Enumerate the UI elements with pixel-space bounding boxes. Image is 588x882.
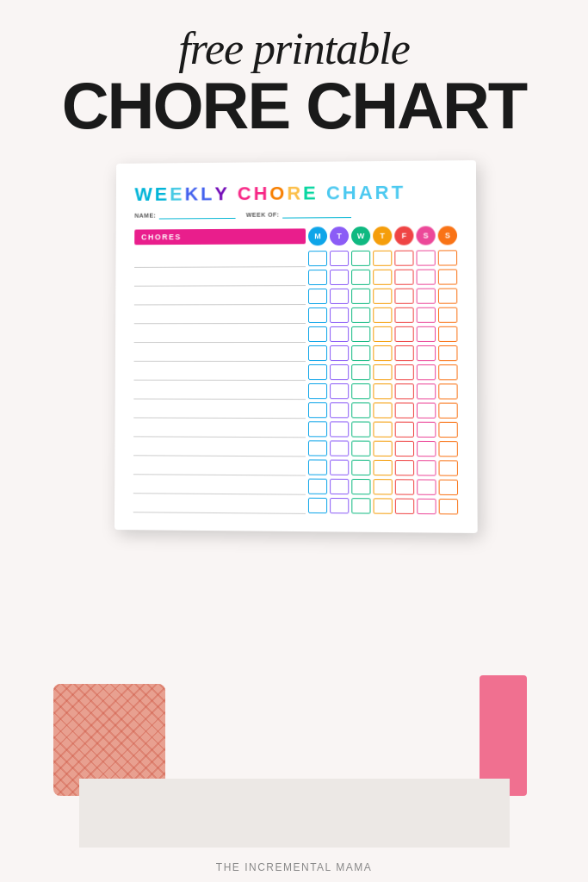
chore-checkbox-day-3[interactable] <box>373 441 392 457</box>
chore-checkbox-day-0[interactable] <box>308 326 327 342</box>
chore-checkbox-day-1[interactable] <box>330 441 349 457</box>
chore-checkbox-day-0[interactable] <box>307 421 326 437</box>
chore-checkbox-day-4[interactable] <box>394 403 413 419</box>
chore-checkbox-day-2[interactable] <box>351 422 370 438</box>
chore-checkbox-day-2[interactable] <box>351 326 370 342</box>
chore-checkbox-day-0[interactable] <box>307 345 326 361</box>
chore-checkbox-day-1[interactable] <box>330 345 349 361</box>
chore-checkbox-day-3[interactable] <box>373 307 392 323</box>
chore-checkbox-day-6[interactable] <box>438 364 457 380</box>
chore-checkbox-day-4[interactable] <box>394 422 413 438</box>
chore-checkbox-day-1[interactable] <box>330 307 349 323</box>
chore-checkbox-day-1[interactable] <box>330 270 349 285</box>
chore-checkbox-day-6[interactable] <box>437 251 456 266</box>
chore-checkbox-day-6[interactable] <box>438 326 457 342</box>
chore-rows-container <box>133 250 457 516</box>
chore-checkbox-day-5[interactable] <box>417 441 436 457</box>
chore-checkbox-day-0[interactable] <box>307 402 326 418</box>
chore-checkbox-day-1[interactable] <box>330 326 349 342</box>
chore-checkbox-day-0[interactable] <box>308 289 327 304</box>
chore-checkbox-day-0[interactable] <box>308 307 327 323</box>
chore-checkbox-day-1[interactable] <box>330 479 349 494</box>
chore-checkbox-day-5[interactable] <box>416 403 435 419</box>
chore-checkbox-day-6[interactable] <box>437 270 456 285</box>
chore-checkbox-day-0[interactable] <box>307 498 326 513</box>
chore-checkbox-day-5[interactable] <box>416 270 435 285</box>
chore-checkbox-day-4[interactable] <box>394 307 413 323</box>
chore-checkbox-day-5[interactable] <box>416 289 435 304</box>
chore-checkbox-day-2[interactable] <box>351 270 370 285</box>
chore-checkbox-day-4[interactable] <box>394 460 413 475</box>
chore-checkbox-day-5[interactable] <box>416 251 435 266</box>
chore-checkbox-day-1[interactable] <box>330 251 349 266</box>
chore-checkbox-day-0[interactable] <box>308 251 327 266</box>
chore-checkbox-day-2[interactable] <box>351 498 370 513</box>
chore-checkbox-day-4[interactable] <box>394 441 413 457</box>
chore-checkbox-day-2[interactable] <box>351 479 370 494</box>
chore-checkbox-day-3[interactable] <box>373 270 392 285</box>
chore-checkbox-day-2[interactable] <box>351 364 370 380</box>
chore-checkbox-day-6[interactable] <box>438 480 457 495</box>
chore-checkbox-day-4[interactable] <box>394 364 413 380</box>
chore-checkbox-day-6[interactable] <box>437 307 456 323</box>
chore-checkbox-day-2[interactable] <box>351 345 370 361</box>
chore-checkbox-day-2[interactable] <box>351 289 370 304</box>
chore-checkbox-day-3[interactable] <box>373 326 392 342</box>
chore-checkbox-day-3[interactable] <box>373 251 392 266</box>
chore-checkbox-day-6[interactable] <box>438 422 457 438</box>
chore-checkbox-day-4[interactable] <box>394 499 413 514</box>
chore-checkbox-day-4[interactable] <box>394 326 413 342</box>
chore-checkbox-day-2[interactable] <box>351 460 370 475</box>
chore-checkbox-day-3[interactable] <box>373 422 392 438</box>
chore-checkbox-day-0[interactable] <box>307 479 326 494</box>
chore-checkbox-day-5[interactable] <box>417 480 436 495</box>
chore-checkbox-day-0[interactable] <box>307 441 326 457</box>
chore-checkbox-day-3[interactable] <box>373 499 392 514</box>
chore-checkbox-day-2[interactable] <box>351 307 370 323</box>
chore-checkbox-day-3[interactable] <box>373 289 392 304</box>
chore-checkbox-day-5[interactable] <box>417 499 436 514</box>
chore-checkbox-day-6[interactable] <box>438 461 457 476</box>
chore-checkbox-day-1[interactable] <box>330 383 349 399</box>
chore-checkbox-day-0[interactable] <box>307 383 326 399</box>
chore-checkbox-day-2[interactable] <box>351 441 370 457</box>
chore-checkbox-day-3[interactable] <box>373 383 392 399</box>
chore-checkbox-day-6[interactable] <box>438 384 457 400</box>
chore-checkbox-day-5[interactable] <box>417 460 436 475</box>
chore-checkbox-day-1[interactable] <box>330 498 349 513</box>
chore-checkbox-day-4[interactable] <box>394 345 413 361</box>
chore-checkbox-day-2[interactable] <box>351 251 370 266</box>
chore-checkbox-day-1[interactable] <box>330 460 349 475</box>
chore-checkbox-day-4[interactable] <box>394 383 413 399</box>
chore-checkbox-day-2[interactable] <box>351 402 370 418</box>
chore-checkbox-day-5[interactable] <box>416 364 435 380</box>
chore-checkbox-day-3[interactable] <box>373 345 392 361</box>
chore-checkbox-day-5[interactable] <box>416 326 435 342</box>
decorative-pink-box <box>480 675 527 796</box>
chore-checkbox-day-1[interactable] <box>330 364 349 380</box>
chore-checkbox-day-5[interactable] <box>416 383 435 399</box>
chore-checkbox-day-2[interactable] <box>351 383 370 399</box>
chore-checkbox-day-3[interactable] <box>373 460 392 475</box>
chore-checkbox-day-0[interactable] <box>307 460 326 475</box>
chore-checkbox-day-6[interactable] <box>438 499 457 514</box>
chore-checkbox-day-4[interactable] <box>394 251 413 266</box>
chore-checkbox-day-0[interactable] <box>308 270 327 285</box>
chore-checkbox-day-0[interactable] <box>307 364 326 380</box>
chore-checkbox-day-6[interactable] <box>438 345 457 361</box>
chore-checkbox-day-4[interactable] <box>394 479 413 494</box>
chore-checkbox-day-3[interactable] <box>373 364 392 380</box>
chore-checkbox-day-5[interactable] <box>417 422 436 438</box>
chore-checkbox-day-4[interactable] <box>394 289 413 304</box>
chore-checkbox-day-1[interactable] <box>330 402 349 418</box>
chore-checkbox-day-1[interactable] <box>330 421 349 437</box>
chore-checkbox-day-3[interactable] <box>373 479 392 494</box>
chore-checkbox-day-4[interactable] <box>394 270 413 285</box>
chore-checkbox-day-5[interactable] <box>416 345 435 361</box>
chore-checkbox-day-6[interactable] <box>437 289 456 304</box>
chore-checkbox-day-5[interactable] <box>416 307 435 323</box>
chore-checkbox-day-6[interactable] <box>438 441 457 457</box>
chore-checkbox-day-6[interactable] <box>438 403 457 419</box>
chore-checkbox-day-3[interactable] <box>373 403 392 419</box>
chore-checkbox-day-1[interactable] <box>330 289 349 304</box>
